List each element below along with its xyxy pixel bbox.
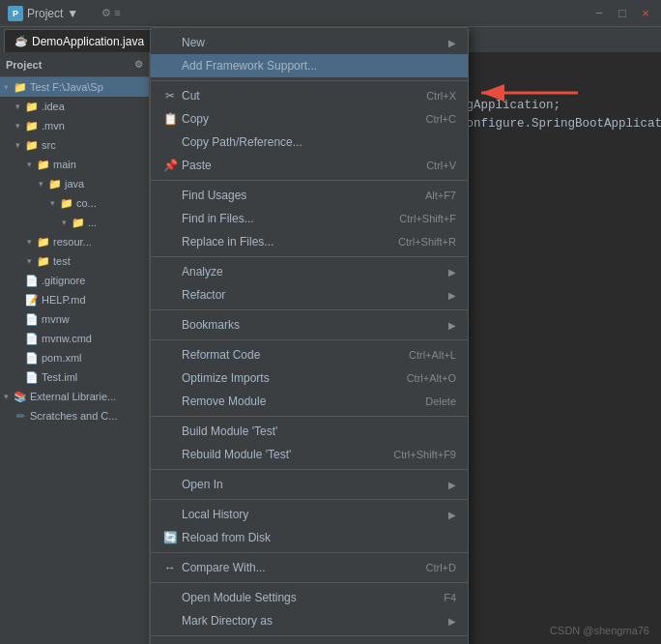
menu-label-open_in: Open In (182, 478, 421, 491)
menu-item-bookmarks[interactable]: Bookmarks ▶ (151, 313, 468, 337)
tree-label: Scratches and C... (30, 410, 118, 422)
tree-item[interactable]: 📄 mvnw (0, 309, 149, 329)
menu-shortcut-copy: Ctrl+C (426, 113, 456, 125)
tree-item[interactable]: 📄 Test.iml (0, 367, 149, 387)
menu-label-rebuild_module: Rebuild Module 'Test' (182, 448, 374, 461)
main-area: Project ⚙ ▾ 📁 Test F:\Java\Sp ▾ 📁 .idea … (0, 52, 661, 644)
tree-item[interactable]: ▾ 📁 Test F:\Java\Sp (0, 77, 149, 97)
sidebar-header-icons: ⚙ (134, 59, 143, 70)
tree-label: .gitignore (42, 275, 85, 286)
tree-item[interactable]: 📝 HELP.md (0, 290, 149, 309)
menu-icon-new (162, 35, 178, 50)
tree-item[interactable]: 📄 pom.xml (0, 348, 149, 367)
file-tree: ▾ 📁 Test F:\Java\Sp ▾ 📁 .idea ▾ 📁 .mvn ▾… (0, 77, 149, 425)
tree-icon: 📝 (25, 293, 39, 307)
tree-icon: 📁 (25, 138, 39, 152)
menu-item-new[interactable]: New ▶ (151, 31, 468, 54)
tree-item[interactable]: ▾ 📚 External Librarie... (0, 387, 149, 406)
menu-separator (151, 80, 468, 81)
tree-label: resour... (53, 236, 92, 248)
menu-item-mark_dir[interactable]: Mark Directory as ▶ (151, 609, 468, 632)
menu-item-rebuild_module[interactable]: Rebuild Module 'Test' Ctrl+Shift+F9 (151, 443, 468, 466)
menu-item-cut[interactable]: ✂ Cut Ctrl+X (151, 84, 468, 107)
tree-item[interactable]: ▾ 📁 test (0, 251, 149, 271)
tree-item[interactable]: ✏ Scratches and C... (0, 406, 149, 425)
close-icon[interactable]: × (638, 6, 653, 21)
menu-item-open_in[interactable]: Open In ▶ (151, 473, 468, 496)
menu-item-open_module[interactable]: Open Module Settings F4 (151, 586, 468, 609)
menu-item-build_module[interactable]: Build Module 'Test' (151, 420, 468, 443)
menu-item-reload_disk[interactable]: 🔄 Reload from Disk (151, 526, 468, 549)
tree-arrow: ▾ (15, 121, 25, 131)
tree-label: test (53, 255, 71, 267)
menu-label-reload_disk: Reload from Disk (182, 531, 437, 544)
tree-label: java (65, 178, 84, 190)
tree-label: External Librarie... (30, 391, 116, 402)
menu-icon-rebuild_module (162, 447, 178, 462)
menu-item-find_files[interactable]: Find in Files... Ctrl+Shift+F (151, 207, 468, 230)
menu-item-reformat[interactable]: Reformat Code Ctrl+Alt+L (151, 343, 468, 366)
menu-shortcut-reformat: Ctrl+Alt+L (409, 349, 456, 361)
tree-item[interactable]: ▾ 📁 .idea (0, 97, 149, 116)
menu-icon-find_files (162, 211, 178, 226)
tree-icon: 📁 (48, 177, 62, 190)
menu-item-convert_kotlin[interactable]: Convert Java File to Kotlin File Ctrl+Al… (151, 639, 468, 644)
menu-label-refactor: Refactor (182, 288, 421, 302)
project-icon: P (8, 6, 23, 21)
menu-shortcut-paste: Ctrl+V (426, 160, 456, 171)
spacer: ⚙ ≡ (101, 7, 120, 19)
menu-separator (151, 180, 468, 181)
watermark: CSDN @shengma76 (550, 625, 649, 636)
menu-separator (151, 582, 468, 583)
menu-item-add_framework[interactable]: Add Framework Support... (151, 54, 468, 77)
tree-item[interactable]: ▾ 📁 main (0, 155, 149, 174)
minimize-icon[interactable]: − (591, 6, 607, 21)
dropdown-icon[interactable]: ▼ (67, 7, 78, 20)
menu-item-optimize[interactable]: Optimize Imports Ctrl+Alt+O (151, 366, 468, 390)
submenu-arrow-icon: ▶ (448, 267, 456, 278)
menu-shortcut-compare_with: Ctrl+D (426, 562, 456, 573)
menu-item-analyze[interactable]: Analyze ▶ (151, 260, 468, 283)
tree-arrow: ▾ (4, 392, 14, 401)
menu-label-find_files: Find in Files... (182, 212, 380, 225)
tree-item[interactable]: ▾ 📁 co... (0, 193, 149, 213)
tree-icon: 📁 (25, 100, 39, 113)
tree-icon: 📄 (25, 351, 39, 365)
tree-item[interactable]: ▾ 📁 ... (0, 213, 149, 232)
menu-item-paste[interactable]: 📌 Paste Ctrl+V (151, 154, 468, 177)
menu-item-copy[interactable]: 📋 Copy Ctrl+C (151, 107, 468, 131)
menu-shortcut-replace: Ctrl+Shift+R (398, 236, 456, 248)
menu-item-compare_with[interactable]: ↔ Compare With... Ctrl+D (151, 556, 468, 579)
menu-item-replace[interactable]: Replace in Files... Ctrl+Shift+R (151, 230, 468, 253)
tree-arrow: ▾ (27, 256, 37, 266)
tree-label: ... (88, 217, 97, 228)
menu-item-find_usages[interactable]: Find Usages Alt+F7 (151, 184, 468, 207)
gear-icon[interactable]: ⚙ (134, 59, 143, 70)
menu-item-refactor[interactable]: Refactor ▶ (151, 283, 468, 307)
menu-label-mark_dir: Mark Directory as (182, 614, 421, 628)
tree-icon: 📁 (37, 235, 50, 249)
menu-shortcut-find_files: Ctrl+Shift+F (399, 213, 456, 224)
menu-label-compare_with: Compare With... (182, 561, 407, 574)
title-bar: P Project ▼ ⚙ ≡ − □ × (0, 0, 661, 27)
tree-icon: 📁 (72, 216, 85, 229)
menu-separator (151, 635, 468, 636)
tab-demo-application[interactable]: ☕ DemoApplication.java × (4, 29, 168, 52)
tree-icon: ✏ (14, 409, 27, 423)
menu-item-copy_path[interactable]: Copy Path/Reference... (151, 131, 468, 154)
tree-item[interactable]: 📄 .gitignore (0, 271, 149, 290)
menu-item-remove_module[interactable]: Remove Module Delete (151, 390, 468, 413)
tree-item[interactable]: ▾ 📁 src (0, 135, 149, 155)
sidebar: Project ⚙ ▾ 📁 Test F:\Java\Sp ▾ 📁 .idea … (0, 52, 150, 644)
maximize-icon[interactable]: □ (615, 6, 630, 21)
menu-icon-replace (162, 234, 178, 249)
tree-item[interactable]: ▾ 📁 .mvn (0, 116, 149, 135)
menu-icon-local_history (162, 507, 178, 522)
menu-shortcut-cut: Ctrl+X (426, 90, 456, 102)
title-bar-left: P Project ▼ ⚙ ≡ (8, 6, 586, 21)
tree-item[interactable]: ▾ 📁 java (0, 174, 149, 193)
menu-label-replace: Replace in Files... (182, 235, 379, 249)
menu-item-local_history[interactable]: Local History ▶ (151, 503, 468, 526)
tree-item[interactable]: 📄 mvnw.cmd (0, 329, 149, 348)
tree-item[interactable]: ▾ 📁 resour... (0, 232, 149, 251)
